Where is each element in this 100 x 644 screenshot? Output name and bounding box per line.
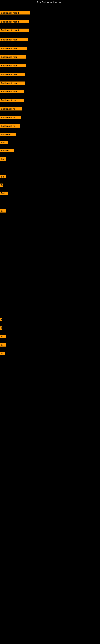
bottleneck-badge-12: Bottleneck re <box>0 107 22 110</box>
bottleneck-badge-5: Bottleneck resu <box>0 47 27 50</box>
bottleneck-badge-14: Bottleneck re <box>0 124 20 128</box>
bottleneck-badge-10: Bottleneck resu <box>0 90 24 93</box>
bottleneck-badge-24: B <box>0 326 2 330</box>
bottleneck-badge-17: Bottlen <box>0 149 14 152</box>
bottleneck-badge-1: Bottleneck result <box>0 11 30 14</box>
bottleneck-badge-8: Bottleneck resu <box>0 73 25 76</box>
bottleneck-badge-25: Bt <box>0 335 6 338</box>
bottleneck-badge-19: Bo <box>0 175 6 178</box>
bottleneck-badge-15: Bottlenec <box>0 133 16 136</box>
bottleneck-badge-18: Bo <box>0 158 6 160</box>
bottleneck-badge-16: Bott <box>0 141 8 144</box>
bottleneck-badge-4: Bottleneck resu <box>0 38 28 41</box>
bottleneck-badge-21: Bott <box>0 192 8 195</box>
bottleneck-badge-11: Bottleneck res <box>0 98 24 102</box>
bottleneck-badge-23: B <box>0 318 2 321</box>
bottleneck-badge-9: Bottleneck resu <box>0 82 25 85</box>
bottleneck-badge-3: Bottleneck result <box>0 28 29 32</box>
bottleneck-badge-27: Bt <box>0 352 5 355</box>
bottleneck-badge-6: Bottleneck resu <box>0 55 26 58</box>
bottleneck-badge-7: Bottleneck resu <box>0 64 26 67</box>
bottleneck-badge-26: Bt <box>0 343 6 346</box>
bottleneck-badge-22: B <box>0 209 6 212</box>
bottleneck-badge-2: Bottleneck result <box>0 20 29 23</box>
bottleneck-badge-13: Bottleneck re <box>0 116 21 119</box>
bottleneck-badge-20: B <box>0 184 3 187</box>
site-title: TheBottlenecker.com <box>0 0 100 5</box>
